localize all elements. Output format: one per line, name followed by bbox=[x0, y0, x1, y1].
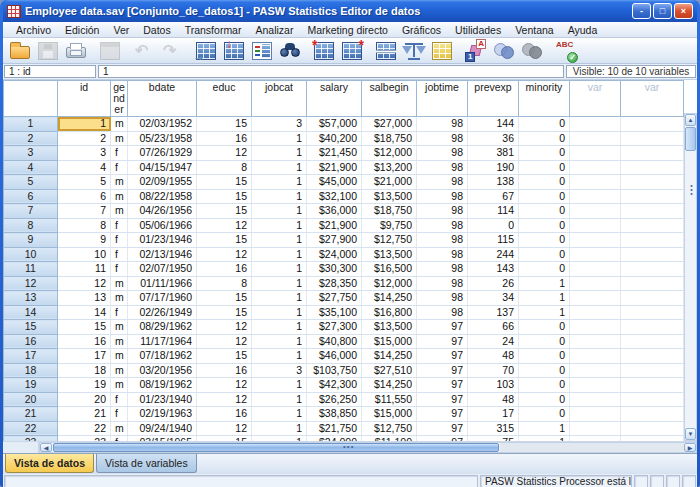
column-header-salary[interactable]: salary bbox=[307, 81, 362, 117]
cell-var2-row21[interactable] bbox=[621, 407, 684, 422]
menu-item[interactable]: Ayuda bbox=[561, 23, 605, 37]
cell-jobtime-row22[interactable]: 97 bbox=[417, 421, 468, 436]
cell-minority-row3[interactable]: 0 bbox=[519, 146, 570, 161]
cell-bdate-row14[interactable]: 02/26/1949 bbox=[128, 305, 197, 320]
cell-bdate-row1[interactable]: 02/03/1952 bbox=[128, 117, 197, 132]
cell-salbegin-row8[interactable]: $9,750 bbox=[362, 218, 417, 233]
cell-gender-row19[interactable]: m bbox=[111, 378, 128, 393]
cell-gender-row20[interactable]: f bbox=[111, 392, 128, 407]
tab-data-view[interactable]: Vista de datos bbox=[5, 454, 94, 473]
row-header-18[interactable]: 18 bbox=[4, 363, 58, 378]
cell-var1-row20[interactable] bbox=[570, 392, 621, 407]
cell-id-row2[interactable]: 2 bbox=[58, 131, 111, 146]
cell-id-row9[interactable]: 9 bbox=[58, 233, 111, 248]
cell-var1-row13[interactable] bbox=[570, 291, 621, 306]
row-header-7[interactable]: 7 bbox=[4, 204, 58, 219]
row-header-16[interactable]: 16 bbox=[4, 334, 58, 349]
close-button[interactable]: × bbox=[674, 3, 693, 19]
cell-var1-row8[interactable] bbox=[570, 218, 621, 233]
cell-id-row21[interactable]: 21 bbox=[58, 407, 111, 422]
column-header-gender[interactable]: gender bbox=[111, 81, 128, 117]
cell-prevexp-row18[interactable]: 70 bbox=[468, 363, 519, 378]
cell-bdate-row21[interactable]: 02/19/1963 bbox=[128, 407, 197, 422]
cell-var1-row5[interactable] bbox=[570, 175, 621, 190]
cell-salbegin-row6[interactable]: $13,500 bbox=[362, 189, 417, 204]
cell-jobcat-row9[interactable]: 1 bbox=[252, 233, 307, 248]
cell-var1-row2[interactable] bbox=[570, 131, 621, 146]
cell-minority-row21[interactable]: 0 bbox=[519, 407, 570, 422]
recall-dialogs-button[interactable] bbox=[96, 39, 124, 63]
goto-variable-button[interactable]: ↓ bbox=[220, 39, 248, 63]
menu-item[interactable]: Datos bbox=[136, 23, 177, 37]
cell-educ-row7[interactable]: 15 bbox=[197, 204, 252, 219]
column-header-var2[interactable]: var bbox=[621, 81, 684, 117]
cell-salary-row13[interactable]: $27,750 bbox=[307, 291, 362, 306]
cell-prevexp-row1[interactable]: 144 bbox=[468, 117, 519, 132]
scroll-left-arrow-icon[interactable]: ◀ bbox=[40, 443, 52, 452]
redo-button[interactable] bbox=[158, 39, 186, 63]
cell-salary-row21[interactable]: $38,850 bbox=[307, 407, 362, 422]
undo-button[interactable] bbox=[130, 39, 158, 63]
cell-educ-row2[interactable]: 16 bbox=[197, 131, 252, 146]
cell-prevexp-row16[interactable]: 24 bbox=[468, 334, 519, 349]
cell-gender-row16[interactable]: m bbox=[111, 334, 128, 349]
cell-salbegin-row22[interactable]: $12,750 bbox=[362, 421, 417, 436]
cell-minority-row2[interactable]: 0 bbox=[519, 131, 570, 146]
cell-bdate-row13[interactable]: 07/17/1960 bbox=[128, 291, 197, 306]
select-cases-button[interactable] bbox=[428, 39, 456, 63]
cell-jobtime-row5[interactable]: 98 bbox=[417, 175, 468, 190]
use-variable-sets-button[interactable] bbox=[490, 39, 518, 63]
cell-id-row15[interactable]: 15 bbox=[58, 320, 111, 335]
cell-var2-row2[interactable] bbox=[621, 131, 684, 146]
cell-gender-row22[interactable]: m bbox=[111, 421, 128, 436]
print-button[interactable] bbox=[62, 39, 90, 63]
cell-salary-row14[interactable]: $35,100 bbox=[307, 305, 362, 320]
cell-prevexp-row9[interactable]: 115 bbox=[468, 233, 519, 248]
cell-bdate-row15[interactable]: 08/29/1962 bbox=[128, 320, 197, 335]
row-header-3[interactable]: 3 bbox=[4, 146, 58, 161]
maximize-button[interactable]: □ bbox=[653, 3, 672, 19]
horizontal-scroll-track[interactable] bbox=[500, 443, 684, 452]
row-header-15[interactable]: 15 bbox=[4, 320, 58, 335]
cell-minority-row12[interactable]: 1 bbox=[519, 276, 570, 291]
cell-prevexp-row15[interactable]: 66 bbox=[468, 320, 519, 335]
cell-prevexp-row21[interactable]: 17 bbox=[468, 407, 519, 422]
cell-gender-row5[interactable]: m bbox=[111, 175, 128, 190]
cell-salbegin-row1[interactable]: $27,000 bbox=[362, 117, 417, 132]
cell-var1-row9[interactable] bbox=[570, 233, 621, 248]
horizontal-scrollbar[interactable]: ◀ ▶ bbox=[39, 442, 697, 453]
cell-salary-row1[interactable]: $57,000 bbox=[307, 117, 362, 132]
cell-id-row10[interactable]: 10 bbox=[58, 247, 111, 262]
cell-bdate-row3[interactable]: 07/26/1929 bbox=[128, 146, 197, 161]
cell-jobtime-row11[interactable]: 98 bbox=[417, 262, 468, 277]
cell-salary-row10[interactable]: $24,000 bbox=[307, 247, 362, 262]
cell-educ-row17[interactable]: 15 bbox=[197, 349, 252, 364]
scroll-up-arrow-icon[interactable]: ▲ bbox=[685, 114, 696, 126]
menu-item[interactable]: Transformar bbox=[178, 23, 249, 37]
cell-salbegin-row17[interactable]: $14,250 bbox=[362, 349, 417, 364]
weight-cases-button[interactable] bbox=[400, 39, 428, 63]
cell-jobcat-row12[interactable]: 1 bbox=[252, 276, 307, 291]
cell-prevexp-row3[interactable]: 381 bbox=[468, 146, 519, 161]
spell-check-button[interactable]: ABC bbox=[552, 39, 580, 63]
cell-minority-row14[interactable]: 1 bbox=[519, 305, 570, 320]
cell-jobtime-row4[interactable]: 98 bbox=[417, 160, 468, 175]
menu-item[interactable]: Edición bbox=[58, 23, 106, 37]
cell-jobtime-row19[interactable]: 97 bbox=[417, 378, 468, 393]
cell-id-row19[interactable]: 19 bbox=[58, 378, 111, 393]
cell-id-row16[interactable]: 16 bbox=[58, 334, 111, 349]
cell-gender-row4[interactable]: f bbox=[111, 160, 128, 175]
cell-prevexp-row5[interactable]: 138 bbox=[468, 175, 519, 190]
cell-educ-row12[interactable]: 8 bbox=[197, 276, 252, 291]
cell-id-row17[interactable]: 17 bbox=[58, 349, 111, 364]
cell-jobcat-row17[interactable]: 1 bbox=[252, 349, 307, 364]
cell-educ-row1[interactable]: 15 bbox=[197, 117, 252, 132]
cell-bdate-row7[interactable]: 04/26/1956 bbox=[128, 204, 197, 219]
cell-var1-row15[interactable] bbox=[570, 320, 621, 335]
cell-jobcat-row1[interactable]: 3 bbox=[252, 117, 307, 132]
cell-prevexp-row4[interactable]: 190 bbox=[468, 160, 519, 175]
cell-bdate-row18[interactable]: 03/20/1956 bbox=[128, 363, 197, 378]
cell-prevexp-row10[interactable]: 244 bbox=[468, 247, 519, 262]
cell-salbegin-row3[interactable]: $12,000 bbox=[362, 146, 417, 161]
cell-salary-row11[interactable]: $30,300 bbox=[307, 262, 362, 277]
